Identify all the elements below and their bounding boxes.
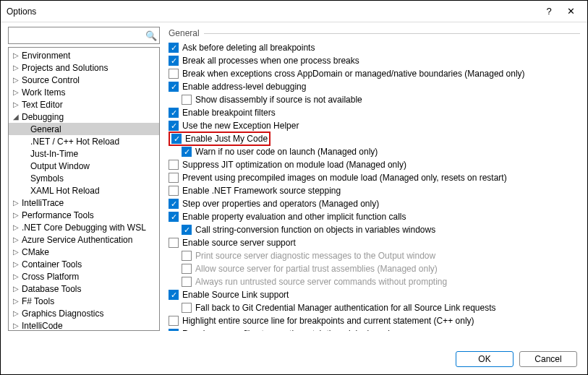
- tree-item[interactable]: ▷Projects and Solutions: [9, 61, 159, 74]
- category-tree[interactable]: ▷Environment▷Projects and Solutions▷Sour…: [8, 47, 160, 331]
- expander-icon[interactable]: ▷: [12, 100, 20, 108]
- tree-item[interactable]: .NET / C++ Hot Reload: [9, 135, 159, 147]
- highlight-box: ✓Enable Just My Code: [169, 132, 270, 146]
- expander-icon[interactable]: ▷: [12, 260, 20, 268]
- expander-icon[interactable]: ▷: [12, 223, 20, 231]
- settings-list[interactable]: ✓Ask before deleting all breakpoints✓Bre…: [169, 41, 580, 331]
- option-row: Fall back to Git Credential Manager auth…: [169, 301, 579, 314]
- expander-icon[interactable]: ▷: [12, 64, 20, 72]
- close-button[interactable]: ✕: [560, 6, 581, 17]
- expander-icon[interactable]: ▷: [12, 309, 20, 317]
- expander-icon[interactable]: ▷: [12, 248, 20, 256]
- checkbox[interactable]: ✓: [169, 56, 179, 66]
- tree-item-label: Source Control: [20, 75, 80, 85]
- tree-item[interactable]: ▷Performance Tools: [9, 209, 159, 221]
- tree-item[interactable]: ▷Work Items: [9, 86, 159, 98]
- option-label: Allow source server for partial trust as…: [195, 264, 438, 274]
- checkbox[interactable]: ✓: [182, 147, 192, 157]
- checkbox[interactable]: [169, 238, 179, 248]
- expander-icon[interactable]: ▷: [12, 322, 20, 329]
- tree-item[interactable]: Just-In-Time: [9, 147, 159, 160]
- option-label: Enable address-level debugging: [182, 82, 306, 92]
- tree-item[interactable]: XAML Hot Reload: [9, 184, 159, 197]
- option-label: Step over properties and operators (Mana…: [182, 199, 379, 209]
- option-label: Use the new Exception Helper: [182, 121, 299, 131]
- checkbox[interactable]: [182, 95, 192, 105]
- tree-item-label: F# Tools: [20, 296, 54, 306]
- option-row: Show disassembly if source is not availa…: [169, 93, 579, 106]
- expander-icon[interactable]: ▷: [12, 88, 20, 96]
- expander-icon[interactable]: ▷: [12, 76, 20, 84]
- search-box[interactable]: 🔍: [8, 27, 160, 44]
- checkbox[interactable]: [169, 69, 179, 79]
- checkbox[interactable]: ✓: [169, 290, 179, 300]
- option-row: ✓Use the new Exception Helper: [169, 119, 579, 132]
- checkbox[interactable]: ✓: [171, 134, 182, 144]
- tree-item[interactable]: Output Window: [9, 160, 159, 172]
- tree-item[interactable]: ▷Graphics Diagnostics: [9, 307, 159, 319]
- tree-item[interactable]: ▷IntelliCode: [9, 319, 159, 331]
- tree-item[interactable]: ▷Azure Service Authentication: [9, 233, 159, 246]
- expander-icon[interactable]: ▷: [12, 199, 20, 207]
- tree-item[interactable]: ▷Cross Platform: [9, 270, 159, 283]
- expander-icon[interactable]: ▷: [12, 297, 20, 305]
- expander-icon[interactable]: ▷: [12, 211, 20, 219]
- option-row: Highlight entire source line for breakpo…: [169, 314, 579, 327]
- option-label: Enable breakpoint filters: [182, 108, 276, 118]
- tree-item-label: IntelliTrace: [20, 198, 64, 208]
- search-input[interactable]: [9, 29, 143, 42]
- option-label: Require source files to exactly match th…: [182, 329, 399, 331]
- tree-item-label: XAML Hot Reload: [29, 186, 100, 196]
- expander-icon[interactable]: ▷: [12, 236, 20, 243]
- option-row: ✓Call string-conversion function on obje…: [169, 223, 579, 236]
- checkbox[interactable]: ✓: [182, 225, 192, 235]
- checkbox[interactable]: ✓: [169, 82, 179, 92]
- tree-item[interactable]: ▷Container Tools: [9, 258, 159, 270]
- tree-item[interactable]: ◢Debugging: [9, 111, 159, 123]
- checkbox[interactable]: ✓: [169, 43, 179, 53]
- tree-item[interactable]: ▷IntelliTrace: [9, 197, 159, 209]
- tree-item[interactable]: Symbols: [9, 172, 159, 184]
- option-label: Print source server diagnostic messages …: [195, 251, 435, 261]
- option-row: ✓Require source files to exactly match t…: [169, 327, 579, 331]
- expander-icon[interactable]: ▷: [12, 272, 20, 280]
- tree-item[interactable]: ▷F# Tools: [9, 295, 159, 307]
- checkbox[interactable]: ✓: [169, 212, 179, 222]
- checkbox[interactable]: ✓: [169, 199, 179, 209]
- option-label: Call string-conversion function on objec…: [195, 225, 435, 235]
- option-row: Suppress JIT optimization on module load…: [169, 158, 579, 171]
- tree-item[interactable]: ▷Database Tools: [9, 283, 159, 295]
- checkbox[interactable]: [169, 173, 179, 183]
- tree-item-label: Database Tools: [20, 284, 82, 294]
- option-label: Enable source server support: [182, 238, 296, 248]
- checkbox[interactable]: [169, 316, 179, 326]
- option-row: ✓Enable address-level debugging: [169, 80, 579, 93]
- checkbox[interactable]: [169, 186, 179, 196]
- tree-item[interactable]: ▷.NET Core Debugging with WSL: [9, 221, 159, 233]
- tree-item-label: Text Editor: [20, 100, 63, 110]
- option-label: Enable .NET Framework source stepping: [182, 186, 341, 196]
- checkbox[interactable]: ✓: [169, 108, 179, 118]
- checkbox[interactable]: ✓: [169, 329, 179, 331]
- checkbox[interactable]: [182, 303, 192, 313]
- checkbox[interactable]: ✓: [169, 121, 179, 131]
- tree-item[interactable]: ▷Text Editor: [9, 98, 159, 111]
- expander-icon[interactable]: ▷: [12, 285, 20, 293]
- cancel-button[interactable]: Cancel: [519, 351, 577, 367]
- option-row: ✓Enable Just My Code: [169, 132, 579, 145]
- option-label: Enable Just My Code: [185, 134, 268, 144]
- tree-item[interactable]: ▷Source Control: [9, 74, 159, 86]
- ok-button[interactable]: OK: [456, 351, 514, 367]
- option-label: Fall back to Git Credential Manager auth…: [195, 303, 496, 313]
- option-row: ✓Step over properties and operators (Man…: [169, 197, 579, 210]
- option-label: Highlight entire source line for breakpo…: [182, 316, 474, 326]
- checkbox[interactable]: [169, 160, 179, 170]
- help-button[interactable]: ?: [538, 6, 560, 17]
- option-label: Enable Source Link support: [182, 290, 289, 300]
- expander-icon[interactable]: ▷: [12, 51, 20, 59]
- expander-icon[interactable]: ◢: [12, 113, 20, 121]
- tree-item-label: CMake: [20, 247, 49, 257]
- tree-item[interactable]: ▷CMake: [9, 246, 159, 258]
- tree-item[interactable]: ▷Environment: [9, 49, 159, 61]
- tree-item[interactable]: General: [9, 123, 159, 135]
